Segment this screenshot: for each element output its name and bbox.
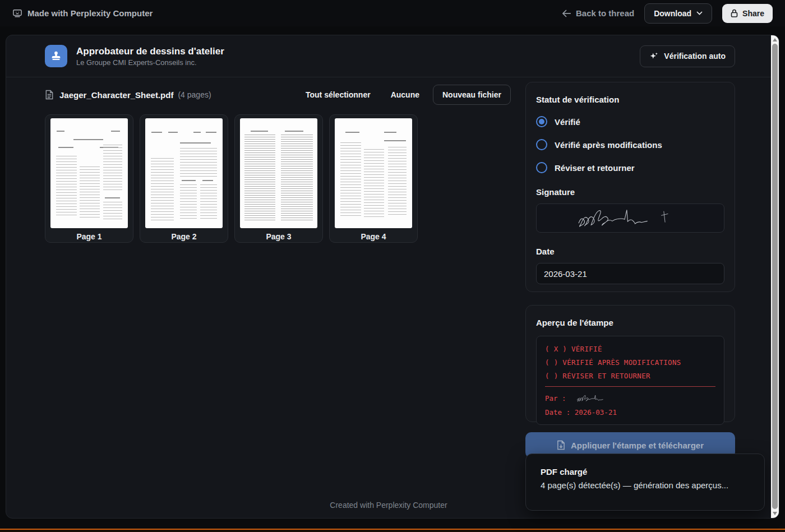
- page-thumbnail[interactable]: Page 1: [45, 114, 133, 243]
- file-name: Jaeger_Character_Sheet.pdf: [59, 90, 173, 100]
- signature-preview: [536, 203, 724, 233]
- scrollbar-down-arrow[interactable]: [773, 512, 777, 515]
- stamp-divider: [545, 386, 715, 387]
- new-file-button[interactable]: Nouveau fichier: [433, 85, 511, 105]
- page-thumbnail[interactable]: Page 3: [234, 114, 323, 243]
- radio-icon: [536, 162, 547, 173]
- file-bar: Jaeger_Character_Sheet.pdf (4 pages) Tou…: [45, 85, 511, 105]
- stamp-preview-heading: Aperçu de l'étampe: [536, 318, 724, 327]
- stamp-line-modifications: ( ) VÉRIFIÉ APRÈS MODIFICATIONS: [545, 358, 715, 367]
- bottom-edge-strip: [0, 529, 785, 532]
- right-panel: Statut de vérification Vérifié Vérifié a…: [525, 82, 735, 458]
- signature-image: [566, 207, 695, 229]
- select-none-button[interactable]: Aucune: [391, 90, 419, 99]
- file-download-icon: [557, 440, 565, 450]
- computer-icon: [12, 9, 22, 18]
- scrollbar-up-arrow[interactable]: [773, 38, 777, 41]
- select-all-button[interactable]: Tout sélectionner: [306, 90, 371, 99]
- page-thumbnails: Page 1 Page 2: [45, 114, 418, 243]
- stamp-preview-card: Aperçu de l'étampe ( X ) VÉRIFIÉ ( ) VÉR…: [525, 305, 735, 422]
- share-button[interactable]: Share: [722, 4, 773, 23]
- page-preview: [50, 118, 128, 228]
- toast-notification[interactable]: PDF chargé 4 page(s) détectée(s) — génér…: [525, 454, 765, 511]
- stamp-line-verified: ( X ) VÉRIFIÉ: [545, 345, 715, 353]
- auto-verify-button[interactable]: Vérification auto: [640, 45, 735, 67]
- lock-icon: [731, 9, 738, 17]
- app-header: Approbateur de dessins d'atelier Le Grou…: [6, 35, 779, 77]
- scrollbar-thumb[interactable]: [772, 44, 778, 509]
- app-panel: Approbateur de dessins d'atelier Le Grou…: [6, 35, 779, 519]
- sparkles-icon: [649, 52, 659, 61]
- file-page-count: (4 pages): [178, 90, 211, 99]
- scrollbar[interactable]: [771, 35, 779, 518]
- page-label: Page 2: [140, 232, 228, 241]
- arrow-left-icon: [562, 10, 571, 17]
- page-thumbnail[interactable]: Page 4: [329, 114, 418, 243]
- page-label: Page 3: [235, 232, 322, 241]
- radio-icon: [536, 139, 547, 150]
- app-title: Approbateur de dessins d'atelier: [76, 45, 224, 57]
- verification-heading: Statut de vérification: [536, 95, 724, 104]
- page-preview: [240, 118, 317, 228]
- stamp-signature-image: [571, 394, 622, 403]
- page-preview: [145, 118, 223, 228]
- back-to-thread-link[interactable]: Back to thread: [562, 8, 634, 18]
- app-subtitle: Le Groupe CMI Experts-Conseils inc.: [76, 58, 224, 67]
- file-icon: [45, 90, 54, 100]
- made-with-badge: Made with Perplexity Computer: [12, 8, 153, 18]
- download-button[interactable]: Download: [644, 3, 712, 24]
- top-bar: Made with Perplexity Computer Back to th…: [0, 0, 785, 26]
- date-input[interactable]: [536, 263, 724, 284]
- radio-option-revise-and-return[interactable]: Réviser et retourner: [536, 162, 724, 173]
- stamp-line-return: ( ) RÉVISER ET RETOURNER: [545, 372, 715, 380]
- radio-icon: [536, 116, 547, 127]
- chevron-down-icon: [696, 11, 703, 15]
- stamp-date-line: Date : 2026-03-21: [545, 408, 715, 417]
- radio-option-verified[interactable]: Vérifié: [536, 116, 724, 127]
- page-thumbnail[interactable]: Page 2: [140, 114, 228, 243]
- made-with-label: Made with Perplexity Computer: [27, 8, 153, 18]
- page-label: Page 4: [330, 232, 417, 241]
- page-preview: [335, 118, 412, 228]
- radio-option-verified-with-modifications[interactable]: Vérifié après modifications: [536, 139, 724, 150]
- signature-label: Signature: [536, 187, 724, 197]
- stamp-preview-box: ( X ) VÉRIFIÉ ( ) VÉRIFIÉ APRÈS MODIFICA…: [536, 336, 724, 425]
- stamp-par-label: Par :: [545, 394, 566, 403]
- toast-message: 4 page(s) détectée(s) — génération des a…: [541, 480, 750, 490]
- toast-title: PDF chargé: [541, 467, 750, 477]
- stamp-app-icon: [45, 45, 67, 67]
- page-label: Page 1: [45, 232, 133, 241]
- verification-card: Statut de vérification Vérifié Vérifié a…: [525, 82, 735, 292]
- date-label: Date: [536, 247, 724, 256]
